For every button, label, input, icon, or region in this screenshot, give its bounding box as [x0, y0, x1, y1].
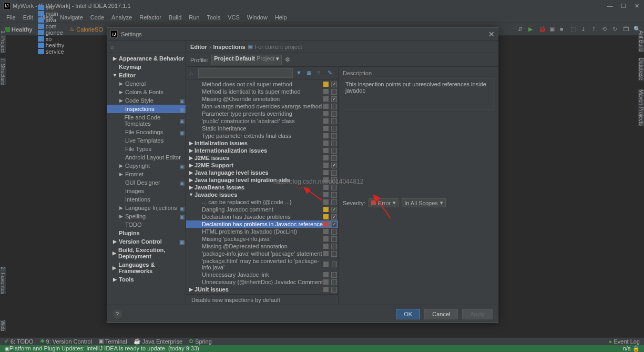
tool-event-log[interactable]: ●Event Log: [609, 338, 640, 345]
debug-icon[interactable]: 🐞: [539, 26, 546, 33]
settings-file-types[interactable]: File Types: [107, 145, 186, 153]
insp--package-info-java-without-package-state[interactable]: 'package-info.java' without 'package' st…: [186, 250, 338, 257]
settings-intentions[interactable]: Intentions: [107, 195, 186, 204]
insp-junit-issues[interactable]: ▶JUnit issues: [186, 286, 338, 293]
insp-missing-deprecated-annotation[interactable]: Missing @Deprecated annotation: [186, 243, 338, 250]
tool-todo[interactable]: ✔6: TODO: [4, 338, 34, 345]
insp--public-constructor-in-abstract-class[interactable]: 'public' constructor in 'abstract' class: [186, 117, 338, 125]
stop-icon[interactable]: ■: [560, 26, 567, 33]
inspection-checkbox[interactable]: [331, 104, 337, 109]
inspection-checkbox[interactable]: [331, 222, 337, 227]
inspection-checkbox[interactable]: [331, 155, 337, 161]
inspection-checkbox[interactable]: [331, 192, 337, 198]
menu-vcs[interactable]: VCS: [224, 13, 243, 22]
inspection-checkbox[interactable]: [331, 279, 337, 285]
inspection-checkbox[interactable]: [331, 244, 337, 249]
tool-ant[interactable]: Ant Build: [638, 31, 644, 52]
close-window-icon[interactable]: ✕: [635, 3, 641, 9]
git-pull-icon[interactable]: ⤓: [581, 26, 588, 33]
expand-icon[interactable]: ≣: [306, 69, 314, 77]
inspection-checkbox[interactable]: [331, 207, 337, 213]
settings-inspections[interactable]: Inspections▣: [107, 105, 186, 113]
menu-analyze[interactable]: Analyze: [108, 13, 135, 22]
scope-selector[interactable]: In All Scopes ▾: [402, 198, 446, 207]
insp-declaration-has-javadoc-problems[interactable]: Declaration has Javadoc problems: [186, 213, 338, 220]
inspection-checkbox[interactable]: [331, 140, 337, 146]
tool-java-ee[interactable]: ☕Java Enterprise: [134, 338, 182, 345]
crumb-healthy[interactable]: healthy: [36, 42, 66, 48]
settings-live-templates[interactable]: Live Templates: [107, 136, 186, 145]
sync-icon[interactable]: ↻: [612, 26, 620, 33]
inspection-checkbox[interactable]: [331, 133, 337, 139]
settings-file-encodings[interactable]: File Encodings▣: [107, 128, 186, 136]
ok-button[interactable]: OK: [396, 309, 420, 319]
insp-java-language-level-issues[interactable]: ▶Java language level issues: [186, 169, 338, 176]
insp-initialization-issues[interactable]: ▶Initialization issues: [186, 139, 338, 147]
git-push-icon[interactable]: ⤒: [591, 26, 599, 33]
settings-plugins[interactable]: Plugins: [107, 229, 186, 237]
menu-tools[interactable]: Tools: [203, 13, 223, 22]
insp-java-language-level-migration-aids[interactable]: ▶Java language level migration aids: [186, 176, 338, 184]
insp-j2me-issues[interactable]: ▶J2ME issues: [186, 154, 338, 162]
inspection-checkbox[interactable]: [331, 170, 337, 176]
structure-icon[interactable]: ⬚: [570, 26, 578, 33]
inspection-checkbox[interactable]: [331, 111, 337, 117]
menu-code[interactable]: Code: [87, 13, 107, 22]
insp-unnecessary-javadoc-link[interactable]: Unnecessary Javadoc link: [186, 271, 338, 278]
inspection-checkbox[interactable]: [331, 126, 337, 132]
settings-emmet[interactable]: ▶Emmet: [107, 170, 186, 178]
insp-parameter-type-prevents-overriding[interactable]: Parameter type prevents overriding: [186, 110, 338, 117]
tool-maven[interactable]: Maven Projects: [638, 89, 644, 126]
tool-terminal[interactable]: ▣Terminal: [98, 338, 127, 345]
insp-html-problems-in-javadoc-doclint-[interactable]: HTML problems in Javadoc (DocLint): [186, 228, 338, 235]
settings-icon[interactable]: 🗔: [623, 26, 630, 33]
settings-editor[interactable]: ▼Editor: [107, 71, 186, 79]
crumb-src[interactable]: src: [36, 4, 66, 11]
insp-unnecessary-inheritdoc-javadoc-comment[interactable]: Unnecessary {@inheritDoc} Javadoc Commen…: [186, 278, 338, 286]
collapse-icon[interactable]: ≡: [317, 69, 324, 77]
settings-general[interactable]: ▶General: [107, 79, 186, 88]
settings-appearance-behavior[interactable]: ▶Appearance & Behavior: [107, 54, 186, 63]
inspection-checkbox[interactable]: [331, 148, 337, 154]
inspection-checkbox[interactable]: [331, 163, 337, 168]
inspection-checkbox[interactable]: [331, 118, 337, 124]
insp-javadoc-issues[interactable]: ▼Javadoc issues: [186, 191, 338, 198]
crumb-java[interactable]: java: [36, 17, 66, 23]
crumb-main[interactable]: main: [36, 11, 66, 17]
apply-button[interactable]: Apply: [462, 309, 493, 319]
settings-images[interactable]: Images: [107, 187, 186, 195]
inspection-checkbox[interactable]: [331, 236, 337, 242]
settings-file-and-code-templates[interactable]: File and Code Templates▣: [107, 113, 186, 128]
settings-spelling[interactable]: ▶Spelling▣: [107, 212, 186, 220]
inspection-checkbox[interactable]: [331, 96, 337, 102]
settings-keymap[interactable]: Keymap: [107, 63, 186, 71]
inspection-checkbox[interactable]: [332, 262, 337, 267]
menu-build[interactable]: Build: [166, 13, 185, 22]
severity-selector[interactable]: Error ▾: [369, 198, 398, 207]
tool-spring[interactable]: ✿Spring: [189, 338, 212, 345]
maximize-icon[interactable]: ☐: [621, 3, 627, 9]
insp-non-varargs-method-overrides-varargs-met[interactable]: Non-varargs method overrides varargs met…: [186, 103, 338, 110]
settings-language-injections[interactable]: ▶Language Injections▣: [107, 204, 186, 212]
history-icon[interactable]: ⟲: [602, 26, 609, 33]
insp--code-code-can-be-replaced-with-code-[interactable]: ... can be replaced with {@code ...}: [186, 198, 338, 206]
menu-edit[interactable]: Edit: [20, 13, 36, 22]
dialog-close-icon[interactable]: ✕: [488, 30, 495, 38]
inspection-search-input[interactable]: [198, 68, 293, 78]
settings-gui-designer[interactable]: GUI Designer▣: [107, 178, 186, 187]
crumb-service[interactable]: service: [36, 48, 66, 55]
crumb-gionee[interactable]: gionee: [36, 29, 66, 36]
insp-missing-package-info-java-[interactable]: Missing 'package-info.java': [186, 235, 338, 243]
insp-method-is-identical-to-its-super-method[interactable]: Method is identical to its super method: [186, 88, 338, 95]
insp-static-inheritance[interactable]: Static inheritance: [186, 125, 338, 132]
minimize-icon[interactable]: —: [607, 3, 614, 9]
insp-type-parameter-extends-final-class[interactable]: Type parameter extends final class: [186, 132, 338, 139]
menu-run[interactable]: Run: [186, 13, 202, 22]
inspection-checkbox[interactable]: [331, 177, 337, 183]
inspection-checkbox[interactable]: [331, 82, 337, 87]
tool-database[interactable]: Database: [638, 58, 644, 81]
tool-project[interactable]: 1: Project: [0, 31, 6, 53]
tool-web[interactable]: Web: [0, 320, 6, 331]
menu-help[interactable]: Help: [272, 13, 290, 22]
insp-j2me-support[interactable]: ▶J2ME Support: [186, 162, 338, 169]
